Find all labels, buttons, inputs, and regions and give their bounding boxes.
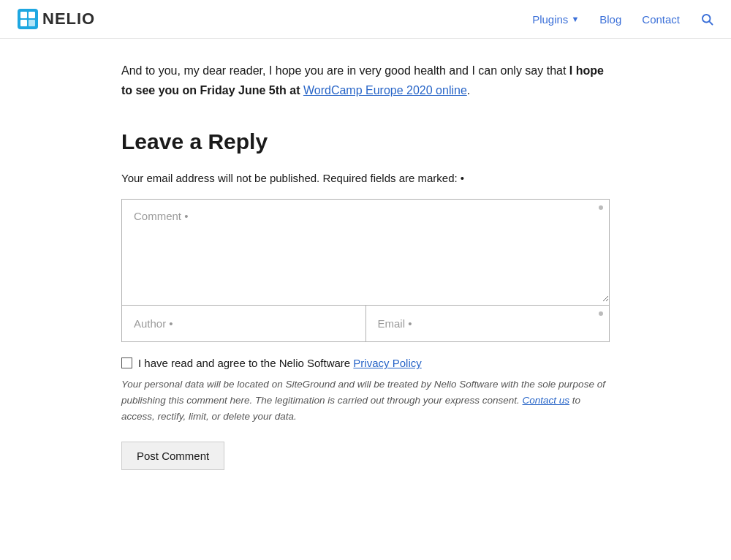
author-input[interactable] (122, 306, 366, 341)
navigation: NELIO Plugins ▼ Blog Contact (0, 0, 731, 39)
intro-end: . (467, 84, 470, 97)
wordcamp-link[interactable]: WordCamp Europe 2020 online (303, 84, 467, 97)
logo-text: NELIO (42, 10, 95, 29)
chevron-down-icon: ▼ (571, 15, 579, 23)
nav-blog-link[interactable]: Blog (599, 13, 621, 26)
svg-line-6 (709, 21, 712, 24)
main-content: And to you, my dear reader, I hope you a… (110, 39, 621, 514)
post-comment-button[interactable]: Post Comment (121, 442, 224, 470)
comment-field-wrapper (121, 199, 610, 306)
privacy-notice: Your personal data will be located on Si… (121, 377, 610, 424)
svg-rect-2 (29, 12, 35, 18)
plugins-label: Plugins (532, 13, 568, 26)
privacy-checkbox[interactable] (121, 357, 132, 368)
svg-rect-3 (20, 20, 27, 26)
intro-text-start: And to you, my dear reader, I hope you a… (121, 64, 569, 77)
email-input[interactable] (366, 306, 610, 341)
comment-textarea[interactable] (122, 200, 609, 302)
privacy-checkbox-row: I have read and agree to the Nelio Softw… (121, 357, 610, 369)
privacy-label-text: I have read and agree to the Nelio Softw… (138, 357, 353, 369)
contact-us-link[interactable]: Contact us (523, 395, 570, 406)
search-icon (700, 12, 713, 26)
email-field-wrapper (366, 306, 610, 342)
leave-reply-heading: Leave a Reply (121, 129, 610, 154)
search-button[interactable] (700, 12, 713, 26)
privacy-section: I have read and agree to the Nelio Softw… (121, 357, 610, 424)
nav-links: Plugins ▼ Blog Contact (532, 12, 713, 26)
required-notice: Your email address will not be published… (121, 172, 610, 184)
svg-rect-4 (29, 20, 35, 26)
logo[interactable]: NELIO (18, 9, 95, 29)
author-field-wrapper (121, 306, 366, 342)
fields-row (121, 306, 610, 342)
intro-paragraph: And to you, my dear reader, I hope you a… (121, 61, 610, 100)
svg-rect-0 (18, 9, 38, 29)
privacy-policy-link[interactable]: Privacy Policy (353, 357, 421, 369)
nelio-logo-icon (18, 9, 38, 29)
svg-rect-1 (20, 12, 27, 18)
comment-form: I have read and agree to the Nelio Softw… (121, 199, 610, 470)
privacy-label: I have read and agree to the Nelio Softw… (138, 357, 422, 369)
nav-contact-link[interactable]: Contact (642, 13, 680, 26)
nav-plugins-link[interactable]: Plugins ▼ (532, 13, 579, 26)
